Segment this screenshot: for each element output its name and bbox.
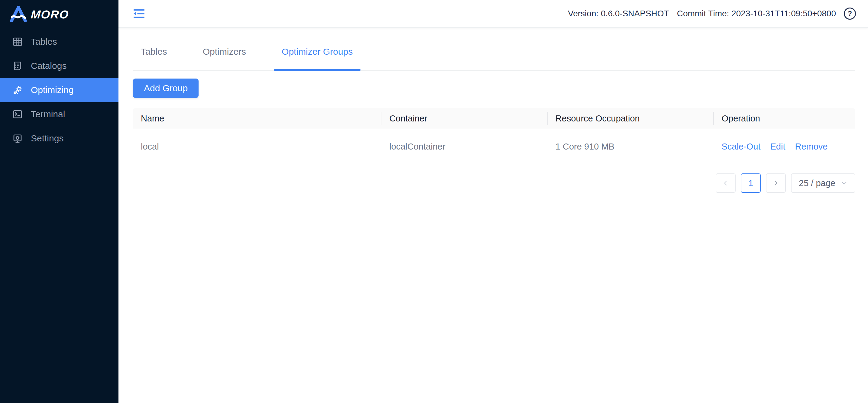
tab-bar: Tables Optimizers Optimizer Groups (133, 28, 855, 71)
topbar: Version: 0.6.0-SNAPSHOT Commit Time: 202… (119, 0, 868, 28)
cell-container: localContainer (381, 142, 548, 152)
version-text: Version: 0.6.0-SNAPSHOT (568, 9, 669, 19)
sidebar-item-catalogs[interactable]: Catalogs (0, 54, 119, 78)
page-size-select[interactable]: 25 / page (791, 173, 855, 193)
tab-tables[interactable]: Tables (133, 28, 175, 70)
scale-out-link[interactable]: Scale-Out (722, 142, 761, 152)
optimizer-groups-table: Name Container Resource Occupation Opera… (133, 108, 855, 164)
sidebar-item-optimizing[interactable]: Optimizing (0, 78, 119, 102)
sidebar-item-settings[interactable]: Settings (0, 126, 119, 150)
chevron-down-icon (841, 180, 847, 187)
tab-optimizer-groups[interactable]: Optimizer Groups (274, 28, 361, 70)
page-size-label: 25 / page (799, 178, 835, 188)
optimizing-page: Tables Optimizers Optimizer Groups Add G… (119, 28, 868, 193)
logo[interactable]: MORO (0, 0, 119, 29)
tab-optimizers[interactable]: Optimizers (195, 28, 254, 70)
pagination-page-1-button[interactable]: 1 (741, 173, 761, 193)
logo-text: MORO (30, 8, 69, 21)
commit-time-text: Commit Time: 2023-10-31T11:09:50+0800 (677, 9, 836, 19)
pagination: 1 25 / page (133, 173, 855, 193)
edit-link[interactable]: Edit (770, 142, 785, 152)
topbar-info: Version: 0.6.0-SNAPSHOT Commit Time: 202… (568, 7, 856, 20)
sidebar-item-tables[interactable]: Tables (0, 30, 119, 54)
sidebar-item-label: Settings (31, 133, 63, 143)
optimizing-icon (12, 85, 23, 96)
column-header-operation: Operation (714, 113, 855, 124)
sidebar-item-label: Optimizing (31, 85, 74, 95)
app-root: MORO Tables (0, 0, 868, 403)
tables-icon (12, 36, 23, 47)
sidebar-item-label: Tables (31, 37, 57, 47)
add-group-button[interactable]: Add Group (133, 78, 198, 98)
sidebar-item-label: Catalogs (31, 61, 66, 71)
chevron-left-icon (722, 180, 729, 187)
remove-link[interactable]: Remove (795, 142, 828, 152)
chevron-right-icon (773, 180, 779, 187)
menu-fold-icon[interactable] (133, 8, 145, 19)
help-icon[interactable]: ? (844, 7, 856, 20)
column-header-container: Container (381, 113, 548, 124)
terminal-icon (12, 109, 23, 120)
cell-name: local (133, 142, 381, 152)
sidebar-item-label: Terminal (31, 109, 65, 119)
column-header-name: Name (133, 113, 381, 124)
amoro-logo-icon (9, 5, 28, 24)
column-header-resource-occupation: Resource Occupation (548, 113, 714, 124)
pagination-next-button[interactable] (766, 173, 786, 193)
catalogs-icon (12, 60, 23, 71)
sidebar: MORO Tables (0, 0, 119, 403)
sidebar-menu: Tables Catalogs (0, 30, 119, 150)
cell-resource-occupation: 1 Core 910 MB (548, 142, 714, 152)
settings-icon (12, 133, 23, 144)
pagination-prev-button[interactable] (716, 173, 736, 193)
sidebar-item-terminal[interactable]: Terminal (0, 102, 119, 126)
cell-operation: Scale-Out Edit Remove (714, 142, 855, 152)
table-header-row: Name Container Resource Occupation Opera… (133, 108, 855, 129)
table-row: local localContainer 1 Core 910 MB Scale… (133, 129, 855, 164)
main-area: Version: 0.6.0-SNAPSHOT Commit Time: 202… (119, 0, 868, 403)
